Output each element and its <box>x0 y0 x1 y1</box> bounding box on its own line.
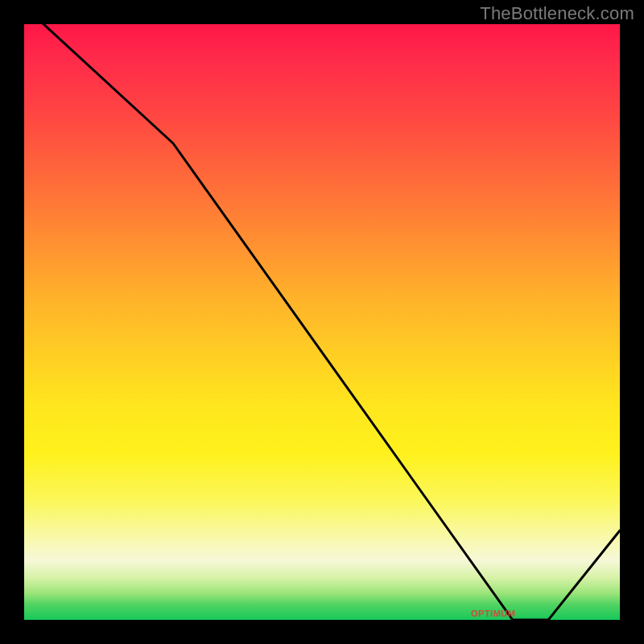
watermark-text: TheBottleneck.com <box>480 3 634 24</box>
curve-path <box>24 24 620 620</box>
plot-area: OPTIMUM <box>24 24 620 620</box>
chart-frame: TheBottleneck.com OPTIMUM <box>0 0 644 644</box>
bottleneck-curve: OPTIMUM <box>24 24 620 620</box>
optimum-label: OPTIMUM <box>471 609 515 618</box>
